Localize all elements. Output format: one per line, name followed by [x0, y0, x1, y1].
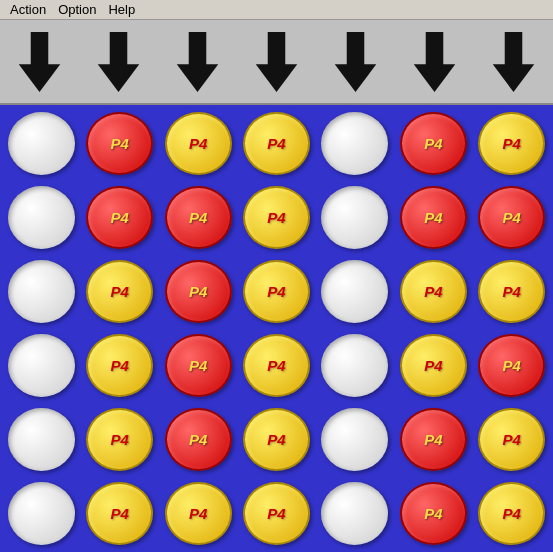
svg-marker-5 [177, 64, 219, 92]
svg-rect-10 [426, 32, 444, 67]
disc-2-3: P4 [243, 260, 310, 323]
arrow-down-icon [17, 32, 62, 92]
arrow-col-3[interactable] [237, 20, 316, 103]
disc-4-1: P4 [86, 408, 153, 471]
disc-5-1: P4 [86, 482, 153, 545]
disc-2-0 [8, 260, 75, 323]
disc-2-2: P4 [165, 260, 232, 323]
cell-4-3: P4 [239, 404, 313, 474]
arrow-down-icon [175, 32, 220, 92]
disc-2-1: P4 [86, 260, 153, 323]
disc-5-5: P4 [400, 482, 467, 545]
cell-2-5: P4 [396, 257, 470, 327]
cell-5-0 [4, 478, 78, 548]
cell-2-2: P4 [161, 257, 235, 327]
menubar: Action Option Help [0, 0, 553, 20]
disc-1-3: P4 [243, 186, 310, 249]
cell-3-6: P4 [475, 331, 549, 401]
cell-3-1: P4 [82, 331, 156, 401]
cell-4-0 [4, 404, 78, 474]
disc-0-0 [8, 112, 75, 175]
menu-help[interactable]: Help [102, 0, 141, 19]
disc-2-4 [321, 260, 388, 323]
disc-0-4 [321, 112, 388, 175]
cell-1-5: P4 [396, 183, 470, 253]
arrow-col-1[interactable] [79, 20, 158, 103]
cell-5-3: P4 [239, 478, 313, 548]
arrow-down-icon [491, 32, 536, 92]
svg-marker-13 [493, 64, 535, 92]
cell-1-3: P4 [239, 183, 313, 253]
cell-0-2: P4 [161, 109, 235, 179]
cell-3-2: P4 [161, 331, 235, 401]
cell-3-5: P4 [396, 331, 470, 401]
disc-1-6: P4 [478, 186, 545, 249]
disc-4-0 [8, 408, 75, 471]
disc-1-4 [321, 186, 388, 249]
svg-rect-2 [110, 32, 128, 67]
svg-rect-12 [505, 32, 523, 67]
cell-3-0 [4, 331, 78, 401]
svg-marker-3 [98, 64, 140, 92]
svg-rect-4 [189, 32, 207, 67]
disc-2-6: P4 [478, 260, 545, 323]
arrow-col-0[interactable] [0, 20, 79, 103]
svg-rect-6 [268, 32, 286, 67]
cell-0-1: P4 [82, 109, 156, 179]
arrow-col-6[interactable] [474, 20, 553, 103]
disc-3-2: P4 [165, 334, 232, 397]
arrow-down-icon [333, 32, 378, 92]
svg-marker-9 [335, 64, 377, 92]
cell-0-0 [4, 109, 78, 179]
menu-option[interactable]: Option [52, 0, 102, 19]
cell-4-2: P4 [161, 404, 235, 474]
disc-1-0 [8, 186, 75, 249]
disc-5-6: P4 [478, 482, 545, 545]
arrow-down-icon [254, 32, 299, 92]
disc-0-1: P4 [86, 112, 153, 175]
cell-3-3: P4 [239, 331, 313, 401]
disc-4-4 [321, 408, 388, 471]
cell-2-1: P4 [82, 257, 156, 327]
cell-5-2: P4 [161, 478, 235, 548]
arrow-down-icon [412, 32, 457, 92]
arrow-col-5[interactable] [395, 20, 474, 103]
cell-2-6: P4 [475, 257, 549, 327]
disc-5-3: P4 [243, 482, 310, 545]
cell-2-4 [318, 257, 392, 327]
cell-1-6: P4 [475, 183, 549, 253]
game-area: P4P4P4P4P4P4P4P4P4P4P4P4P4P4P4P4P4P4P4P4… [0, 20, 553, 552]
arrow-col-4[interactable] [316, 20, 395, 103]
svg-marker-1 [19, 64, 61, 92]
disc-0-6: P4 [478, 112, 545, 175]
disc-1-2: P4 [165, 186, 232, 249]
cell-5-1: P4 [82, 478, 156, 548]
cell-3-4 [318, 331, 392, 401]
cell-4-1: P4 [82, 404, 156, 474]
cell-1-1: P4 [82, 183, 156, 253]
svg-rect-8 [347, 32, 365, 67]
svg-marker-7 [256, 64, 298, 92]
cell-1-0 [4, 183, 78, 253]
cell-4-4 [318, 404, 392, 474]
cell-0-6: P4 [475, 109, 549, 179]
disc-5-0 [8, 482, 75, 545]
cell-2-0 [4, 257, 78, 327]
disc-4-6: P4 [478, 408, 545, 471]
disc-5-2: P4 [165, 482, 232, 545]
disc-0-3: P4 [243, 112, 310, 175]
cell-1-2: P4 [161, 183, 235, 253]
arrow-col-2[interactable] [158, 20, 237, 103]
disc-2-5: P4 [400, 260, 467, 323]
menu-action[interactable]: Action [4, 0, 52, 19]
disc-0-5: P4 [400, 112, 467, 175]
cell-2-3: P4 [239, 257, 313, 327]
cell-4-5: P4 [396, 404, 470, 474]
disc-4-2: P4 [165, 408, 232, 471]
disc-4-3: P4 [243, 408, 310, 471]
disc-3-3: P4 [243, 334, 310, 397]
cell-1-4 [318, 183, 392, 253]
cell-5-4 [318, 478, 392, 548]
cell-0-4 [318, 109, 392, 179]
disc-3-4 [321, 334, 388, 397]
